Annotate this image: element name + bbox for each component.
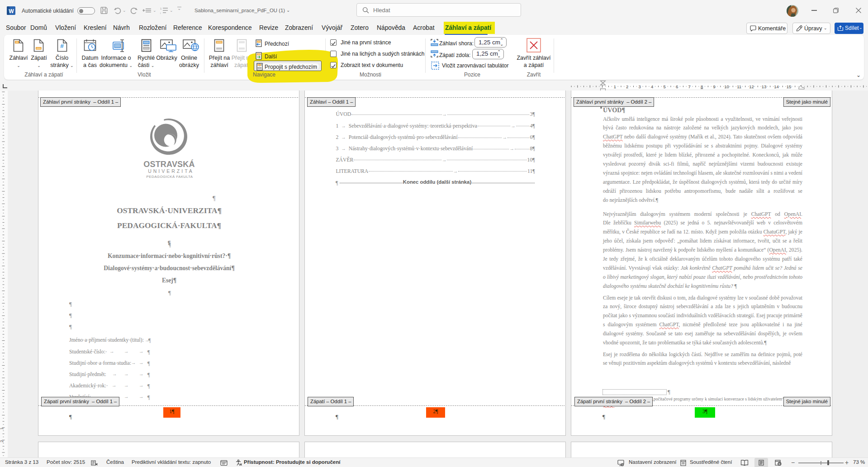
svg-text:3: 3: [639, 84, 641, 89]
svg-text:12: 12: [749, 84, 754, 89]
svg-text:1: 1: [0, 427, 4, 429]
svg-text:15: 15: [787, 84, 792, 89]
svg-text:10: 10: [724, 84, 729, 89]
svg-text:14: 14: [774, 84, 779, 89]
svg-text:1: 1: [160, 7, 162, 10]
svg-text:9: 9: [713, 84, 715, 89]
svg-text:5: 5: [664, 84, 666, 89]
svg-text:13: 13: [762, 84, 767, 89]
svg-text:6: 6: [676, 84, 678, 89]
svg-text:11: 11: [737, 84, 741, 89]
svg-text:2: 2: [0, 440, 4, 442]
svg-text:W: W: [9, 8, 14, 14]
svg-text:4: 4: [651, 84, 653, 89]
svg-text:i: i: [160, 12, 161, 14]
svg-text:8: 8: [701, 84, 703, 89]
svg-text:2: 2: [626, 84, 628, 89]
svg-text:7: 7: [688, 84, 691, 89]
svg-text:#: #: [60, 43, 64, 49]
svg-text:1: 1: [614, 84, 616, 89]
